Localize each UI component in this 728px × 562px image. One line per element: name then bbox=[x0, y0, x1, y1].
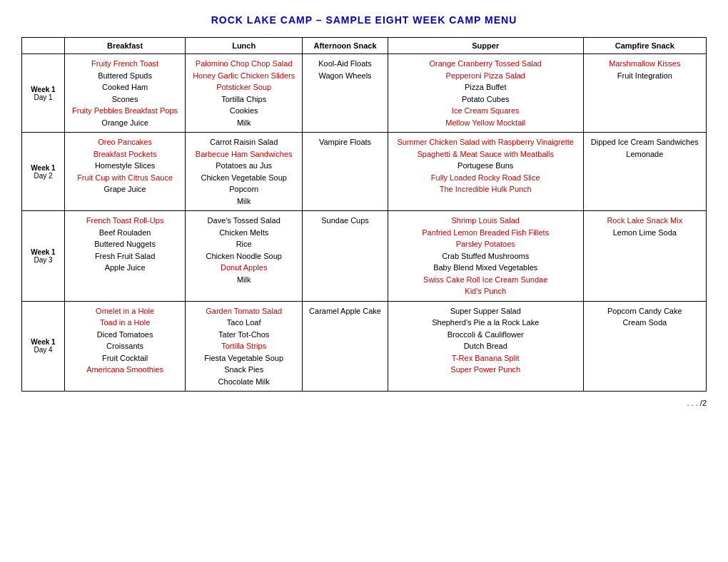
menu-item: Taco Loaf bbox=[190, 317, 298, 329]
col-breakfast: Breakfast bbox=[65, 38, 186, 54]
menu-item: French Toast Roll-Ups bbox=[69, 215, 181, 227]
menu-item: Sundae Cups bbox=[307, 215, 383, 227]
menu-item: Lemonade bbox=[588, 148, 702, 160]
cell-afternoon-snack: Sundae Cups bbox=[303, 211, 388, 302]
menu-item: Potatoes au Jus bbox=[190, 160, 298, 172]
cell-breakfast: Oreo PancakesBreakfast PocketsHomestyle … bbox=[65, 133, 186, 211]
week-label: Week 1Day 1 bbox=[22, 54, 65, 133]
menu-item: Fruity French Toast bbox=[69, 58, 181, 70]
menu-item: Chicken Noodle Soup bbox=[190, 250, 298, 262]
menu-item: Snack Pies bbox=[190, 364, 298, 376]
cell-breakfast: Fruity French ToastButtered SpudsCooked … bbox=[65, 54, 186, 133]
menu-item: Cooked Ham bbox=[69, 81, 181, 93]
cell-supper: Summer Chicken Salad with Raspberry Vina… bbox=[388, 133, 583, 211]
menu-item: Potato Cubes bbox=[393, 93, 579, 106]
menu-item: Crab Stuffed Mushrooms bbox=[393, 250, 579, 262]
menu-item: Oreo Pancakes bbox=[69, 136, 181, 148]
cell-supper: Shrimp Louis SaladPanfried Lemon Breaded… bbox=[388, 211, 583, 302]
menu-item: Americana Smoothies bbox=[69, 364, 181, 376]
menu-item: Portugese Buns bbox=[393, 160, 579, 172]
menu-item: Chocolate Milk bbox=[190, 376, 298, 388]
menu-item: Dutch Bread bbox=[393, 340, 579, 352]
cell-campfire-snack: Dipped Ice Cream SandwichesLemonade bbox=[583, 133, 706, 211]
week-label: Week 1Day 2 bbox=[22, 133, 65, 211]
menu-item: Parsley Potatoes bbox=[393, 238, 579, 250]
menu-item: Palomino Chop Chop Salad bbox=[190, 58, 298, 70]
col-week bbox=[22, 38, 65, 54]
cell-lunch: Palomino Chop Chop SaladHoney Garlic Chi… bbox=[186, 54, 303, 133]
page-title: ROCK LAKE CAMP – SAMPLE EIGHT WEEK CAMP … bbox=[21, 14, 707, 26]
menu-item: Honey Garlic Chicken Sliders bbox=[190, 70, 298, 82]
menu-item: Tortilla Strips bbox=[190, 340, 298, 352]
menu-item: Super Power Punch bbox=[393, 364, 579, 376]
menu-item: Ice Cream Squares bbox=[393, 105, 579, 117]
menu-item: Barbecue Ham Sandwiches bbox=[190, 148, 298, 160]
menu-item: Milk bbox=[190, 274, 298, 286]
menu-item: Summer Chicken Salad with Raspberry Vina… bbox=[393, 136, 579, 148]
menu-item: Cookies bbox=[190, 105, 298, 117]
menu-item: Fruit Integration bbox=[588, 70, 702, 82]
menu-item: Caramel Apple Cake bbox=[307, 305, 383, 317]
cell-lunch: Dave's Tossed SaladChicken MeltsRiceChic… bbox=[186, 211, 303, 302]
menu-item: Breakfast Pockets bbox=[69, 148, 181, 160]
menu-item: Buttered Spuds bbox=[69, 70, 181, 82]
menu-item: Scones bbox=[69, 93, 181, 106]
cell-breakfast: Omelet in a HoleToad in a HoleDiced Toma… bbox=[65, 301, 186, 392]
menu-table: Breakfast Lunch Afternoon Snack Supper C… bbox=[21, 37, 707, 392]
menu-item: Vampire Floats bbox=[307, 136, 383, 148]
menu-item: T-Rex Banana Split bbox=[393, 352, 579, 364]
cell-supper: Orange Cranberry Tossed SaladPepperoni P… bbox=[388, 54, 583, 133]
menu-item: Carrot Raisin Salad bbox=[190, 136, 298, 148]
menu-item: Omelet in a Hole bbox=[69, 305, 181, 317]
menu-item: Grape Juice bbox=[69, 183, 181, 195]
col-lunch: Lunch bbox=[186, 38, 303, 54]
menu-item: Fruit Cocktail bbox=[69, 352, 181, 364]
menu-item: Fiesta Vegetable Soup bbox=[190, 352, 298, 364]
menu-item: Kid's Punch bbox=[393, 285, 579, 297]
col-afternoon-snack: Afternoon Snack bbox=[303, 38, 388, 54]
menu-item: Milk bbox=[190, 117, 298, 129]
menu-item: Wagon Wheels bbox=[307, 70, 383, 82]
menu-item: Beef Rouladen bbox=[69, 227, 181, 239]
page-number: . . . /2 bbox=[21, 399, 707, 407]
menu-item: Rock Lake Snack Mix bbox=[588, 215, 702, 227]
cell-afternoon-snack: Vampire Floats bbox=[303, 133, 388, 211]
menu-item: Homestyle Slices bbox=[69, 160, 181, 172]
cell-afternoon-snack: Kool-Aid FloatsWagon Wheels bbox=[303, 54, 388, 133]
menu-item: Marshmallow Kisses bbox=[588, 58, 702, 70]
menu-item: The Incredible Hulk Punch bbox=[393, 183, 579, 195]
menu-item: Tater Tot-Chos bbox=[190, 329, 298, 341]
menu-item: Baby Blend Mixed Vegetables bbox=[393, 262, 579, 274]
cell-supper: Super Supper SaladShepherd's Pie a la Ro… bbox=[388, 301, 583, 392]
menu-item: Milk bbox=[190, 195, 298, 208]
menu-item: Shrimp Louis Salad bbox=[393, 215, 579, 227]
menu-item: Rice bbox=[190, 238, 298, 250]
week-label: Week 1Day 4 bbox=[22, 301, 65, 392]
menu-item: Orange Cranberry Tossed Salad bbox=[393, 58, 579, 70]
menu-item: Toad in a Hole bbox=[69, 317, 181, 329]
cell-lunch: Carrot Raisin SaladBarbecue Ham Sandwich… bbox=[186, 133, 303, 211]
menu-item: Swiss Cake Roll Ice Cream Sundae bbox=[393, 274, 579, 286]
col-campfire-snack: Campfire Snack bbox=[583, 38, 706, 54]
cell-lunch: Garden Tomato SaladTaco LoafTater Tot-Ch… bbox=[186, 301, 303, 392]
menu-item: Potsticker Soup bbox=[190, 81, 298, 93]
menu-item: Apple Juice bbox=[69, 262, 181, 274]
menu-item: Donut Apples bbox=[190, 262, 298, 274]
menu-item: Dipped Ice Cream Sandwiches bbox=[588, 136, 702, 148]
menu-item: Diced Tomatoes bbox=[69, 329, 181, 341]
menu-item: Popcorn Candy Cake bbox=[588, 305, 702, 317]
cell-campfire-snack: Marshmallow KissesFruit Integration bbox=[583, 54, 706, 133]
menu-item: Orange Juice bbox=[69, 117, 181, 129]
menu-item: Kool-Aid Floats bbox=[307, 58, 383, 70]
menu-item: Fruit Cup with Citrus Sauce bbox=[69, 172, 181, 184]
menu-item: Dave's Tossed Salad bbox=[190, 215, 298, 227]
menu-item: Tortilla Chips bbox=[190, 93, 298, 106]
menu-item: Garden Tomato Salad bbox=[190, 305, 298, 317]
menu-item: Cream Soda bbox=[588, 317, 702, 329]
menu-item: Fruity Pebbles Breakfast Pops bbox=[69, 105, 181, 117]
menu-item: Mellow Yellow Mocktail bbox=[393, 117, 579, 129]
menu-item: Buttered Nuggets bbox=[69, 238, 181, 250]
menu-item: Super Supper Salad bbox=[393, 305, 579, 317]
menu-item: Shepherd's Pie a la Rock Lake bbox=[393, 317, 579, 329]
menu-item: Panfried Lemon Breaded Fish Fillets bbox=[393, 227, 579, 239]
